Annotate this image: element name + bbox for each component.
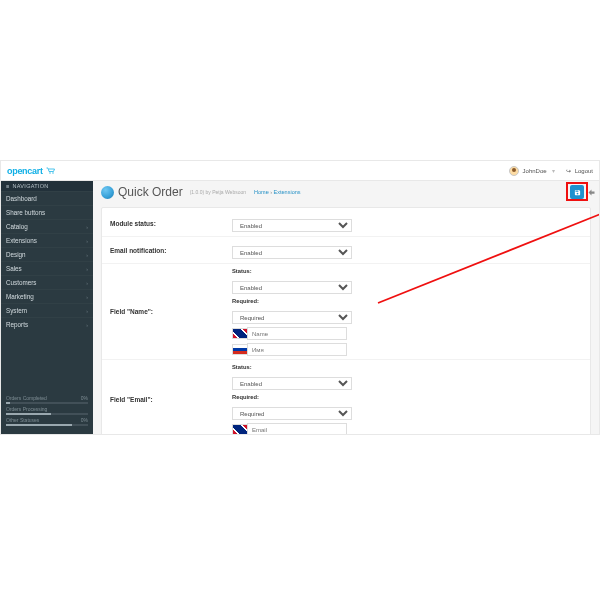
chevron-right-icon: › (86, 322, 88, 328)
logout-link[interactable]: Logout (575, 168, 593, 174)
sidebar-item-customers[interactable]: Customers› (1, 275, 93, 289)
flag-ru-icon (232, 344, 248, 355)
chevron-right-icon: › (86, 280, 88, 286)
sidebar-item-share-buttons[interactable]: Share buttons (1, 205, 93, 219)
field-email-required-select[interactable]: Required (232, 407, 352, 420)
flag-gb-icon (232, 328, 248, 339)
screenshot-stage: opencart JohnDoe ▾ ↪ Logout ≡ NAVIGATION… (0, 0, 600, 600)
field-email-input-en[interactable] (247, 423, 347, 434)
back-button[interactable] (585, 185, 597, 199)
module-icon (101, 186, 114, 199)
sidebar-item-design[interactable]: Design› (1, 247, 93, 261)
topbar: opencart JohnDoe ▾ ↪ Logout (1, 161, 599, 181)
sidebar-item-sales[interactable]: Sales› (1, 261, 93, 275)
save-icon (574, 189, 581, 196)
sublabel-required: Required: (232, 298, 584, 304)
label-field-email: Field "Email": (102, 360, 232, 434)
content-area: Quick Order (1.0.0) by Petja Websoon Hom… (93, 181, 599, 434)
chevron-right-icon: › (86, 294, 88, 300)
chevron-right-icon: › (86, 252, 88, 258)
sublabel-required: Required: (232, 394, 584, 400)
page-meta: (1.0.0) by Petja Websoon (190, 189, 246, 195)
logout-icon: ↪ (566, 167, 571, 174)
user-name[interactable]: JohnDoe (523, 168, 547, 174)
svg-point-1 (52, 172, 53, 173)
breadcrumb-extensions[interactable]: Extensions (274, 189, 301, 195)
sidebar-stats: Orders Completed0% Orders Processing Oth… (1, 389, 93, 434)
label-email-notification: Email notification: (102, 242, 232, 259)
chevron-right-icon: › (86, 224, 88, 230)
email-notification-select[interactable]: Enabled (232, 246, 352, 259)
field-name-required-select[interactable]: Required (232, 311, 352, 324)
sidebar-item-catalog[interactable]: Catalog› (1, 219, 93, 233)
sidebar-item-dashboard[interactable]: Dashboard (1, 191, 93, 205)
breadcrumb: Home › Extensions (254, 189, 300, 195)
page-title: Quick Order (118, 185, 183, 199)
sidebar-item-marketing[interactable]: Marketing› (1, 289, 93, 303)
settings-panel: Module status: Enabled Email notificatio… (101, 207, 591, 434)
sidebar: ≡ NAVIGATION Dashboard Share buttons Cat… (1, 181, 93, 434)
label-field-name: Field "Name": (102, 264, 232, 359)
chevron-right-icon: › (86, 266, 88, 272)
menu-icon: ≡ (6, 183, 10, 189)
field-email-status-select[interactable]: Enabled (232, 377, 352, 390)
flag-gb-icon (232, 424, 248, 434)
chevron-right-icon: › (86, 308, 88, 314)
avatar[interactable] (509, 166, 519, 176)
module-status-select[interactable]: Enabled (232, 219, 352, 232)
sidebar-item-extensions[interactable]: Extensions› (1, 233, 93, 247)
svg-point-0 (49, 172, 50, 173)
sublabel-status: Status: (232, 364, 584, 370)
sidebar-item-system[interactable]: System› (1, 303, 93, 317)
chevron-right-icon: › (86, 238, 88, 244)
field-name-input-ru[interactable] (247, 343, 347, 356)
field-name-status-select[interactable]: Enabled (232, 281, 352, 294)
app-window: opencart JohnDoe ▾ ↪ Logout ≡ NAVIGATION… (0, 160, 600, 435)
cart-icon (46, 167, 56, 175)
sidebar-heading: ≡ NAVIGATION (1, 181, 93, 191)
brand-text: opencart (7, 166, 43, 176)
save-button[interactable] (570, 185, 584, 199)
brand-logo[interactable]: opencart (7, 166, 56, 176)
label-module-status: Module status: (102, 215, 232, 232)
field-name-input-en[interactable] (247, 327, 347, 340)
sidebar-item-reports[interactable]: Reports› (1, 317, 93, 331)
back-icon (587, 188, 596, 197)
sublabel-status: Status: (232, 268, 584, 274)
breadcrumb-home[interactable]: Home (254, 189, 269, 195)
